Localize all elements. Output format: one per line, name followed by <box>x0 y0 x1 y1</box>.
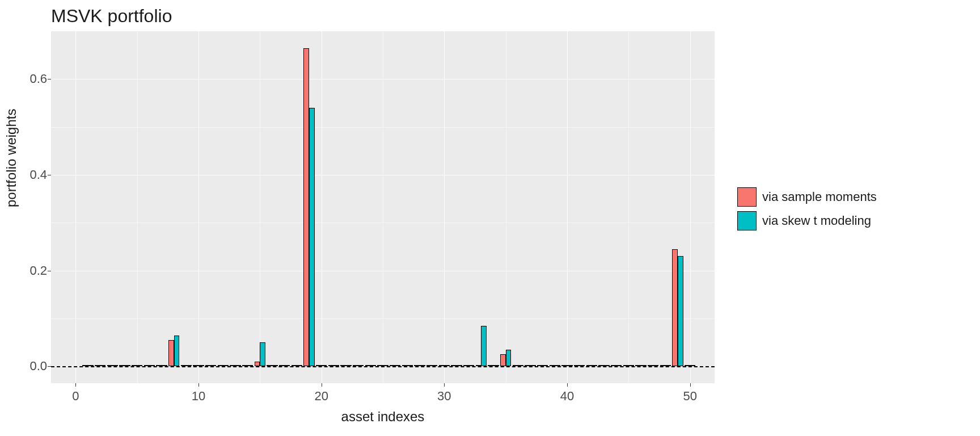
y-tick-label: 0.4 <box>13 167 47 182</box>
x-tick-label: 10 <box>192 389 205 404</box>
bar <box>481 326 487 367</box>
x-axis-label: asset indexes <box>341 409 425 425</box>
bar <box>309 108 315 367</box>
zero-line <box>51 366 715 367</box>
y-tick-label: 0.2 <box>13 263 47 278</box>
y-tick-label: 0.0 <box>13 359 47 374</box>
x-tick-label: 50 <box>683 389 696 404</box>
x-tick-label: 20 <box>314 389 328 404</box>
bar <box>168 340 174 366</box>
bar <box>672 249 678 367</box>
bar <box>678 256 683 366</box>
legend-swatch-icon <box>737 187 757 207</box>
chart-title: MSVK portfolio <box>51 6 172 27</box>
bar <box>506 350 512 367</box>
chart-container: MSVK portfolio portfolio weights asset i… <box>0 0 980 436</box>
x-tick-label: 30 <box>437 389 451 404</box>
legend: via sample moments via skew t modeling <box>737 187 877 235</box>
legend-item: via skew t modeling <box>737 211 877 230</box>
x-tick-label: 40 <box>560 389 574 404</box>
legend-label: via skew t modeling <box>762 213 871 228</box>
legend-swatch-icon <box>737 211 757 230</box>
y-tick-label: 0.6 <box>13 72 47 86</box>
plot-area <box>51 31 715 383</box>
x-tick-label: 0 <box>72 389 79 404</box>
legend-label: via sample moments <box>762 190 877 204</box>
bar <box>255 362 260 366</box>
legend-item: via sample moments <box>737 187 877 207</box>
y-axis-label: portfolio weights <box>3 109 19 207</box>
bar <box>174 336 180 367</box>
bar <box>303 48 309 367</box>
bar <box>260 342 265 366</box>
bar <box>500 354 506 366</box>
